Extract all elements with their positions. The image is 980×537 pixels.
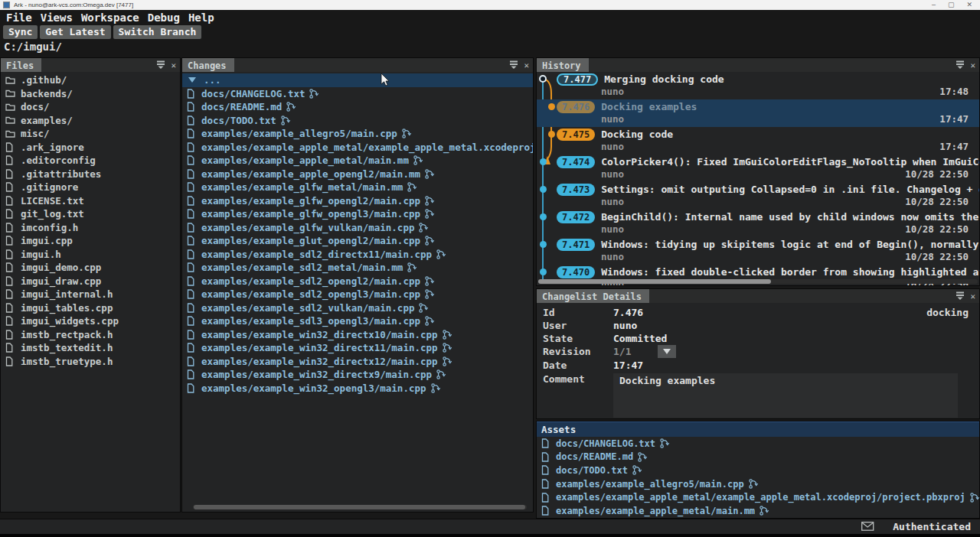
changelist-id-badge[interactable]: 7.477: [557, 73, 598, 86]
changed-file-row[interactable]: examples/example_win32_directx9/main.cpp: [182, 368, 533, 382]
close-button[interactable]: ✕: [966, 2, 972, 8]
file-tree-item[interactable]: imconfig.h: [1, 221, 180, 235]
asset-row[interactable]: docs/CHANGELOG.txt: [537, 437, 979, 451]
comment-textarea[interactable]: Docking examples: [613, 373, 958, 418]
asset-row[interactable]: examples/example_allegro5/main.cpp: [537, 477, 979, 491]
horizontal-scrollbar[interactable]: [193, 505, 527, 509]
close-panel-icon[interactable]: ✕: [171, 61, 176, 70]
file-tree-item[interactable]: imgui_internal.h: [1, 288, 180, 301]
file-tree-item[interactable]: imgui_tables.cpp: [1, 301, 180, 315]
changelist-id-badge[interactable]: 7.472: [557, 211, 595, 223]
menu-item[interactable]: Views: [41, 11, 73, 24]
asset-row[interactable]: docs/TODO.txt: [537, 464, 979, 477]
history-row[interactable]: 7.476 Docking examples nuno 17:47: [537, 99, 979, 127]
changelist-id-badge[interactable]: 7.470: [557, 266, 595, 278]
file-icon: [187, 169, 197, 179]
toolbar-button[interactable]: Sync: [3, 25, 38, 39]
asset-row[interactable]: examples/example_apple_metal/main.mm: [537, 504, 979, 518]
horizontal-scrollbar[interactable]: [538, 279, 978, 284]
menu-item[interactable]: Help: [188, 11, 214, 24]
filter-icon[interactable]: [956, 60, 965, 70]
file-tree-item[interactable]: imstb_rectpack.h: [1, 328, 180, 342]
tab-files[interactable]: Files: [1, 58, 41, 72]
file-tree-item[interactable]: examples/: [1, 114, 180, 128]
maximize-button[interactable]: ▢: [948, 2, 955, 8]
file-tree-item[interactable]: imstb_textedit.h: [1, 341, 180, 355]
minimize-button[interactable]: –: [932, 2, 936, 8]
file-tree-item[interactable]: imstb_truetype.h: [1, 355, 180, 369]
changed-file-row[interactable]: examples/example_sdl2_directx11/main.cpp: [182, 248, 533, 262]
changelist-id-badge[interactable]: 7.474: [557, 156, 595, 168]
file-tree-item[interactable]: imgui.cpp: [1, 234, 180, 248]
close-panel-icon[interactable]: ✕: [524, 61, 529, 70]
history-row[interactable]: 7.473 Settings: omit outputing Collapsed…: [537, 182, 979, 210]
titlebar[interactable]: Ark - nuno@ark-vcs.com:Omega.dev [7477] …: [0, 0, 980, 10]
file-tree-item[interactable]: .editorconfig: [1, 154, 180, 168]
history-row[interactable]: 7.472 BeginChild(): Internal name used b…: [537, 210, 979, 237]
toolbar-button[interactable]: Get Latest: [40, 25, 110, 39]
filter-icon[interactable]: [509, 60, 518, 70]
file-tree-item[interactable]: docs/: [1, 100, 180, 114]
changed-file-row[interactable]: examples/example_apple_opengl2/main.mm: [182, 168, 533, 181]
file-tree-item[interactable]: imgui_widgets.cpp: [1, 314, 180, 328]
changed-file-row[interactable]: examples/example_glfw_opengl2/main.cpp: [182, 194, 533, 208]
changed-file-row[interactable]: examples/example_glfw_vulkan/main.cpp: [182, 221, 533, 235]
changed-file-row[interactable]: docs/README.md: [182, 100, 533, 114]
changelist-id-badge[interactable]: 7.475: [557, 129, 595, 141]
changed-file-row[interactable]: examples/example_sdl3_opengl3/main.cpp: [182, 314, 533, 328]
file-tree-item[interactable]: git_log.txt: [1, 207, 180, 221]
menu-item[interactable]: Debug: [148, 11, 180, 24]
changed-file-row[interactable]: examples/example_apple_metal/example_app…: [182, 141, 533, 155]
file-tree-item[interactable]: backends/: [1, 87, 180, 101]
file-tree-item[interactable]: .github/: [1, 73, 180, 87]
filter-icon[interactable]: [956, 291, 965, 301]
file-tree-item[interactable]: .gitattributes: [1, 168, 180, 181]
changed-file-row[interactable]: examples/example_glut_opengl2/main.cpp: [182, 234, 533, 248]
tab-history[interactable]: History: [537, 58, 589, 72]
revision-select-value[interactable]: 1/1: [613, 346, 648, 357]
changed-file-row[interactable]: examples/example_allegro5/main.cpp: [182, 127, 533, 141]
tab-changelist-details[interactable]: Changelist Details: [537, 289, 649, 303]
changed-file-row[interactable]: examples/example_apple_metal/main.mm: [182, 154, 533, 168]
changed-file-row[interactable]: docs/TODO.txt: [182, 114, 533, 128]
file-tree-item[interactable]: imgui_demo.cpp: [1, 261, 180, 275]
changed-file-row[interactable]: examples/example_sdl2_opengl2/main.cpp: [182, 275, 533, 288]
collapse-triangle-icon[interactable]: [188, 77, 196, 83]
changed-file-row[interactable]: examples/example_sdl2_opengl3/main.cpp: [182, 288, 533, 301]
asset-row[interactable]: examples/example_apple_metal/example_app…: [537, 490, 979, 504]
changelist-id-badge[interactable]: 7.471: [557, 239, 595, 251]
changed-file-row[interactable]: examples/example_win32_opengl3/main.cpp: [182, 382, 533, 395]
revision-dropdown-button[interactable]: [658, 345, 676, 358]
changed-file-row[interactable]: examples/example_win32_directx12/main.cp…: [182, 355, 533, 369]
close-panel-icon[interactable]: ✕: [970, 292, 975, 301]
history-row[interactable]: 7.477 Merging docking code nuno 17:48: [537, 72, 979, 99]
changed-file-row[interactable]: examples/example_glfw_opengl3/main.cpp: [182, 207, 533, 221]
close-panel-icon[interactable]: ✕: [970, 61, 975, 70]
assets-header[interactable]: Assets: [537, 421, 979, 437]
changed-file-row[interactable]: examples/example_sdl2_metal/main.mm: [182, 261, 533, 275]
changelist-id-badge[interactable]: 7.476: [557, 101, 595, 113]
tab-changes[interactable]: Changes: [182, 58, 234, 72]
changed-file-row[interactable]: examples/example_win32_directx10/main.cp…: [182, 328, 533, 342]
file-tree-item[interactable]: imgui.h: [1, 248, 180, 262]
filter-icon[interactable]: [156, 60, 165, 70]
changes-root-row[interactable]: ...: [182, 73, 533, 87]
changed-file-row[interactable]: examples/example_win32_directx11/main.cp…: [182, 341, 533, 355]
changed-file-row[interactable]: docs/CHANGELOG.txt: [182, 87, 533, 101]
file-tree-item[interactable]: imgui_draw.cpp: [1, 275, 180, 288]
file-tree-item[interactable]: .ark_ignore: [1, 141, 180, 155]
changed-file-row[interactable]: examples/example_glfw_metal/main.mm: [182, 181, 533, 194]
history-row[interactable]: 7.475 Docking code nuno 17:47: [537, 127, 979, 155]
file-name: imstb_rectpack.h: [21, 329, 113, 340]
menu-item[interactable]: File: [6, 11, 32, 24]
asset-row[interactable]: docs/README.md: [537, 451, 979, 464]
changelist-id-badge[interactable]: 7.473: [557, 184, 595, 196]
history-row[interactable]: 7.474 ColorPicker4(): Fixed ImGuiColorEd…: [537, 155, 979, 182]
file-tree-item[interactable]: LICENSE.txt: [1, 194, 180, 208]
changed-file-row[interactable]: examples/example_sdl2_vulkan/main.cpp: [182, 301, 533, 315]
toolbar-button[interactable]: Switch Branch: [113, 25, 202, 39]
file-tree-item[interactable]: misc/: [1, 127, 180, 141]
file-tree-item[interactable]: .gitignore: [1, 181, 180, 194]
menu-item[interactable]: Workspace: [81, 11, 139, 24]
history-row[interactable]: 7.471 Windows: tidying up skipitems logi…: [537, 237, 979, 265]
